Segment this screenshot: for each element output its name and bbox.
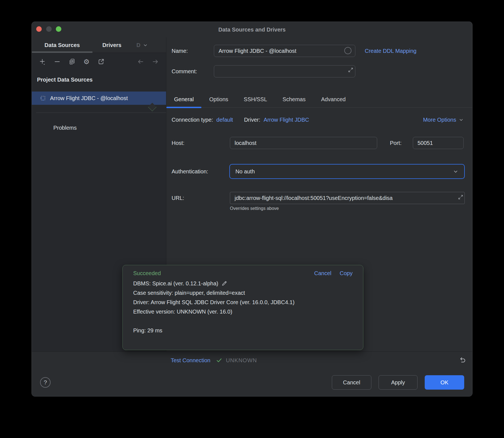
comment-input[interactable]: [214, 65, 355, 77]
driver-value-link[interactable]: Arrow Flight JDBC: [264, 117, 309, 123]
form-tab-bar: General Options SSH/SSL Schemas Advanced: [166, 91, 353, 108]
footer-bar: ? Cancel Apply OK: [32, 369, 472, 396]
tab-general[interactable]: General: [166, 91, 201, 108]
url-hint: Overrides settings above: [230, 206, 279, 211]
edit-pencil-icon[interactable]: [221, 280, 228, 287]
tab-data-sources[interactable]: Data Sources: [32, 37, 93, 53]
authentication-value: No auth: [235, 168, 255, 175]
popup-line-ping: Ping: 29 ms: [133, 326, 353, 335]
close-window-button[interactable]: [36, 26, 42, 32]
ok-button[interactable]: OK: [425, 375, 464, 390]
connection-type-row: Connection type: default Driver: Arrow F…: [172, 115, 309, 124]
comment-field-wrap: [214, 65, 355, 77]
window-title: Data Sources and Drivers: [32, 22, 472, 37]
zoom-window-button[interactable]: [56, 26, 61, 32]
host-label: Host:: [172, 137, 185, 149]
host-field-wrap: [230, 137, 377, 149]
name-label: Name:: [172, 45, 188, 57]
chevron-down-icon: [453, 168, 459, 174]
sidebar-tab-bar: Data Sources Drivers D: [32, 37, 166, 53]
back-arrow-icon[interactable]: [137, 58, 144, 65]
port-field-wrap: [413, 137, 464, 149]
check-icon: [216, 357, 222, 364]
cancel-button[interactable]: Cancel: [332, 375, 371, 390]
url-label: URL:: [172, 192, 184, 204]
refresh-indicator-icon: [344, 47, 351, 54]
tab-ddl-mappings-truncated[interactable]: D: [131, 37, 153, 53]
tab-ssh-ssl[interactable]: SSH/SSL: [236, 91, 275, 108]
popup-copy-link[interactable]: Copy: [340, 270, 353, 277]
chevron-down-icon: [143, 42, 148, 48]
data-source-label: Arrow Flight JDBC - @localhost: [50, 95, 128, 101]
apply-button[interactable]: Apply: [379, 375, 418, 390]
chevron-down-icon: [458, 117, 464, 122]
duplicate-icon[interactable]: [68, 58, 75, 65]
sidebar-item-problems[interactable]: Problems: [53, 123, 77, 132]
forward-arrow-icon[interactable]: [152, 58, 159, 65]
tab-drivers[interactable]: Drivers: [93, 37, 131, 53]
url-input[interactable]: [230, 192, 465, 204]
undo-icon[interactable]: [456, 354, 468, 366]
authentication-label: Authentication:: [172, 164, 208, 179]
port-input[interactable]: [413, 137, 464, 149]
url-field-wrap: [230, 192, 465, 204]
test-connection-link[interactable]: Test Connection: [171, 357, 210, 364]
popup-line-blank: [133, 316, 353, 326]
form-tab-underline: [166, 107, 473, 108]
popup-line-effective-version: Effective version: UNKNOWN (ver. 16.0): [133, 307, 353, 316]
more-options-button[interactable]: More Options: [423, 115, 464, 124]
popup-line-case-sensitivity: Case sensitivity: plain=upper, delimited…: [133, 288, 353, 298]
data-source-item[interactable]: Arrow Flight JDBC - @localhost: [32, 92, 166, 105]
screen: Data Sources and Drivers Data Sources Dr…: [0, 0, 504, 438]
popup-line-driver: Driver: Arrow Flight SQL JDBC Driver Cor…: [133, 298, 353, 307]
data-source-icon: [40, 95, 46, 101]
create-ddl-mapping-link[interactable]: Create DDL Mapping: [365, 45, 416, 57]
authentication-select[interactable]: No auth: [229, 164, 465, 179]
status-succeeded: Succeeded: [133, 270, 161, 277]
settings-gear-icon[interactable]: ⚙: [83, 58, 90, 65]
open-in-new-icon[interactable]: [98, 58, 105, 65]
host-input[interactable]: [230, 137, 377, 149]
popup-line-dbms: DBMS: Spice.ai (ver. 0.12.1-alpha): [133, 279, 353, 288]
connection-type-value[interactable]: default: [216, 117, 233, 123]
add-icon[interactable]: [39, 58, 46, 65]
port-label: Port:: [390, 137, 401, 149]
driver-label: Driver:: [244, 117, 260, 123]
minimize-window-button[interactable]: [46, 26, 52, 32]
test-connection-popup: Succeeded Cancel Copy DBMS: Spice.ai (ve…: [122, 265, 363, 350]
project-data-sources-header: Project Data Sources: [37, 77, 93, 83]
test-status-value: UNKNOWN: [226, 357, 257, 364]
tab-advanced[interactable]: Advanced: [313, 91, 353, 108]
test-connection-bar: Test Connection UNKNOWN: [32, 351, 472, 369]
name-input[interactable]: [214, 45, 355, 57]
title-bar: Data Sources and Drivers: [32, 22, 472, 37]
popup-header: Succeeded Cancel Copy: [123, 265, 363, 275]
sidebar-toolbar: ⚙: [32, 53, 166, 70]
sidebar-divider: [36, 113, 166, 113]
data-sources-dialog: Data Sources and Drivers Data Sources Dr…: [32, 22, 473, 397]
help-icon[interactable]: ?: [40, 377, 51, 388]
tab-schemas[interactable]: Schemas: [275, 91, 313, 108]
more-options-label: More Options: [423, 117, 456, 123]
connection-type-label: Connection type:: [172, 117, 213, 123]
name-field-wrap: [214, 45, 355, 57]
expand-icon[interactable]: [458, 194, 464, 200]
popup-body: DBMS: Spice.ai (ver. 0.12.1-alpha) Case …: [123, 275, 363, 335]
tab-options[interactable]: Options: [201, 91, 236, 108]
popup-cancel-link[interactable]: Cancel: [314, 270, 331, 277]
expand-icon[interactable]: [348, 67, 354, 73]
remove-icon[interactable]: [54, 58, 61, 65]
comment-label: Comment:: [172, 65, 197, 77]
